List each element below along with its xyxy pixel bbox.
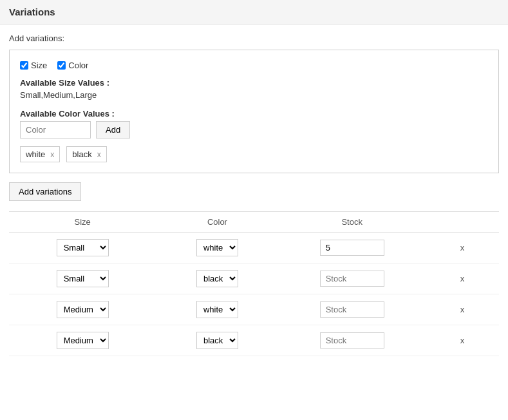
tag-white-value: white: [26, 149, 45, 159]
add-color-button[interactable]: Add: [96, 121, 130, 138]
size-checkbox[interactable]: [20, 61, 28, 70]
size-select-0[interactable]: SmallMediumLarge: [57, 239, 109, 256]
size-checkbox-label[interactable]: Size: [20, 61, 47, 70]
color-input[interactable]: [20, 121, 91, 138]
table-row: SmallMediumLargewhiteblackx: [9, 294, 499, 325]
color-input-row: Add: [20, 121, 488, 138]
color-checkbox-label[interactable]: Color: [57, 61, 88, 70]
size-section-values: Small,Medium,Large: [20, 90, 488, 100]
stock-input-3[interactable]: [320, 332, 384, 348]
remove-row-0[interactable]: x: [460, 243, 465, 253]
color-select-0[interactable]: whiteblack: [196, 239, 238, 256]
header-size: Size: [9, 212, 156, 233]
color-select-3[interactable]: whiteblack: [196, 332, 238, 349]
stock-input-0[interactable]: [320, 240, 384, 256]
add-variations-button[interactable]: Add variations: [9, 182, 81, 201]
color-select-1[interactable]: whiteblack: [196, 270, 238, 287]
remove-row-1[interactable]: x: [460, 274, 465, 283]
stock-input-2[interactable]: [320, 301, 384, 318]
tag-white-remove[interactable]: x: [50, 150, 54, 159]
size-select-3[interactable]: SmallMediumLarge: [57, 332, 109, 349]
size-select-2[interactable]: SmallMediumLarge: [57, 301, 109, 318]
header-stock: Stock: [279, 212, 426, 233]
variation-box: Size Color Available Size Values : Small…: [9, 50, 499, 173]
stock-input-1[interactable]: [320, 271, 384, 287]
variations-table: Size Color Stock SmallMediumLargewhitebl…: [9, 211, 499, 356]
color-checkbox[interactable]: [57, 61, 66, 70]
header-color: Color: [156, 212, 278, 233]
page-title: Variations: [0, 0, 508, 24]
color-checkbox-text: Color: [68, 61, 88, 70]
color-select-2[interactable]: whiteblack: [196, 301, 238, 318]
tag-white: white x: [20, 146, 60, 162]
tag-black-value: black: [72, 149, 91, 159]
table-row: SmallMediumLargewhiteblackx: [9, 233, 499, 263]
tags-row: white x black x: [20, 146, 488, 162]
size-checkbox-text: Size: [31, 61, 47, 70]
table-row: SmallMediumLargewhiteblackx: [9, 325, 499, 356]
size-section-label: Available Size Values :: [20, 78, 488, 88]
size-select-1[interactable]: SmallMediumLarge: [57, 270, 109, 287]
add-variations-label: Add variations:: [9, 33, 499, 43]
color-section-label: Available Color Values :: [20, 109, 488, 119]
header-remove: [426, 212, 499, 233]
remove-row-2[interactable]: x: [460, 305, 465, 314]
tag-black: black x: [66, 146, 106, 162]
remove-row-3[interactable]: x: [460, 336, 465, 345]
tag-black-remove[interactable]: x: [97, 150, 101, 159]
checkboxes-row: Size Color: [20, 61, 488, 70]
table-row: SmallMediumLargewhiteblackx: [9, 263, 499, 294]
